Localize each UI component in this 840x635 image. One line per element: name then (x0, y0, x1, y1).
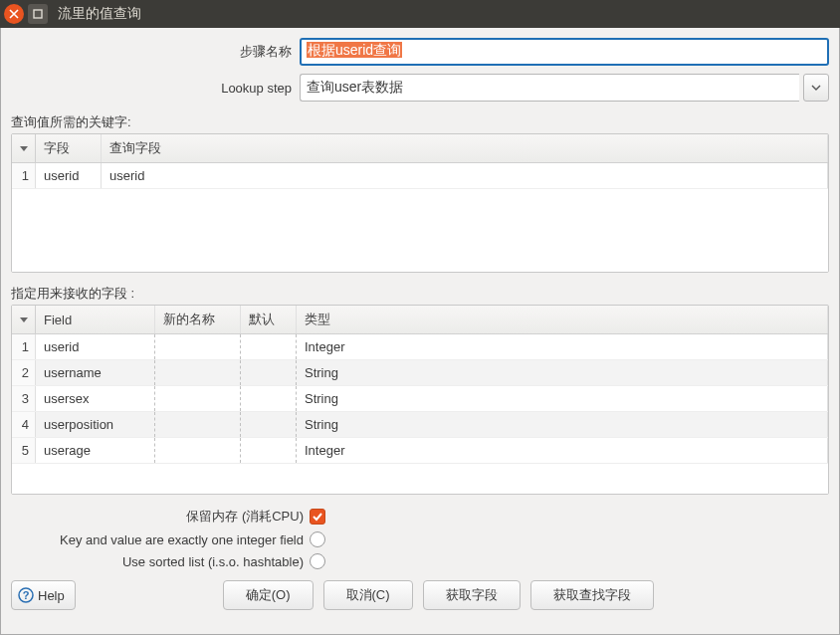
fields-section-label: 指定用来接收的字段 : (11, 285, 829, 303)
cell-field[interactable]: usersex (36, 386, 155, 411)
lookup-step-select[interactable]: 查询user表数据 (300, 74, 799, 102)
cell-default[interactable] (241, 438, 297, 463)
preserve-memory-label: 保留内存 (消耗CPU) (11, 508, 310, 526)
col-new-name[interactable]: 新的名称 (155, 306, 241, 333)
fields-grid-header: Field 新的名称 默认 类型 (12, 306, 828, 334)
cell-field[interactable]: userage (36, 438, 155, 463)
window-titlebar: 流里的值查询 (0, 0, 840, 28)
table-row[interactable]: 2usernameString (12, 360, 828, 386)
get-lookup-fields-button[interactable]: 获取查找字段 (530, 580, 654, 610)
grid-empty-area (12, 464, 828, 494)
close-icon[interactable] (4, 4, 24, 24)
col-type[interactable]: 类型 (297, 306, 828, 333)
step-name-label: 步骤名称 (11, 43, 300, 61)
fields-grid-body: 1useridInteger2usernameString3usersexStr… (12, 334, 828, 464)
sorted-list-label: Use sorted list (i.s.o. hashtable) (11, 554, 310, 569)
row-menu-icon[interactable] (12, 306, 36, 333)
cell-default[interactable] (241, 386, 297, 411)
cell-new-name[interactable] (155, 360, 241, 385)
cell-field[interactable]: userposition (36, 412, 155, 437)
cell-field[interactable]: username (36, 360, 155, 385)
cell-new-name[interactable] (155, 386, 241, 411)
row-number: 1 (12, 163, 36, 188)
preserve-memory-checkbox[interactable] (310, 509, 325, 525)
one-integer-radio[interactable] (310, 531, 325, 547)
cell-default[interactable] (241, 360, 297, 385)
chevron-down-icon (811, 85, 821, 91)
cell-field[interactable]: userid (36, 163, 102, 188)
fields-grid[interactable]: Field 新的名称 默认 类型 1useridInteger2username… (11, 305, 829, 495)
cell-type[interactable]: Integer (297, 334, 828, 359)
dialog-content: 步骤名称 根据userid查询 Lookup step 查询user表数据 查询… (0, 28, 840, 635)
step-name-input[interactable]: 根据userid查询 (300, 38, 829, 66)
help-icon: ? (18, 587, 34, 603)
cell-type[interactable]: String (297, 386, 828, 411)
row-menu-icon[interactable] (12, 134, 36, 162)
help-button[interactable]: ? Help (11, 580, 76, 610)
row-number: 4 (12, 412, 36, 437)
cell-default[interactable] (241, 412, 297, 437)
check-icon (312, 511, 323, 523)
window-title: 流里的值查询 (58, 5, 141, 23)
keys-section-label: 查询值所需的关键字: (11, 113, 829, 131)
row-number: 1 (12, 334, 36, 359)
row-number: 2 (12, 360, 36, 385)
maximize-icon[interactable] (28, 4, 48, 24)
keys-grid-body: 1 userid userid (12, 163, 828, 272)
help-label: Help (38, 588, 65, 603)
row-number: 3 (12, 386, 36, 411)
cell-type[interactable]: Integer (297, 438, 828, 463)
cell-new-name[interactable] (155, 412, 241, 437)
table-row[interactable]: 3usersexString (12, 386, 828, 412)
lookup-step-label: Lookup step (11, 81, 300, 96)
col-field[interactable]: 字段 (36, 134, 102, 162)
col-field[interactable]: Field (36, 306, 155, 333)
keys-grid[interactable]: 字段 查询字段 1 userid userid (11, 133, 829, 273)
keys-grid-header: 字段 查询字段 (12, 134, 828, 163)
col-lookup-field[interactable]: 查询字段 (102, 134, 828, 162)
table-row[interactable]: 4userpositionString (12, 412, 828, 438)
button-bar: ? Help 确定(O) 取消(C) 获取字段 获取查找字段 (11, 572, 829, 610)
table-row[interactable]: 1useridInteger (12, 334, 828, 360)
cell-field[interactable]: userid (36, 334, 155, 359)
cell-default[interactable] (241, 334, 297, 359)
one-integer-label: Key and value are exactly one integer fi… (11, 532, 310, 547)
table-row[interactable]: 5userageInteger (12, 438, 828, 464)
table-row[interactable]: 1 userid userid (12, 163, 828, 189)
lookup-step-value: 查询user表数据 (307, 79, 403, 97)
row-number: 5 (12, 438, 36, 463)
svg-text:?: ? (23, 589, 30, 601)
cell-type[interactable]: String (297, 412, 828, 437)
sorted-list-radio[interactable] (310, 553, 325, 569)
step-name-value: 根据userid查询 (307, 42, 402, 58)
cell-lookup-field[interactable]: userid (102, 163, 828, 188)
cell-type[interactable]: String (297, 360, 828, 385)
svg-rect-0 (34, 10, 42, 18)
cancel-button[interactable]: 取消(C) (323, 580, 413, 610)
ok-button[interactable]: 确定(O) (223, 580, 314, 610)
get-fields-button[interactable]: 获取字段 (423, 580, 521, 610)
dropdown-button[interactable] (803, 74, 829, 102)
cell-new-name[interactable] (155, 334, 241, 359)
cell-new-name[interactable] (155, 438, 241, 463)
col-default[interactable]: 默认 (241, 306, 297, 333)
